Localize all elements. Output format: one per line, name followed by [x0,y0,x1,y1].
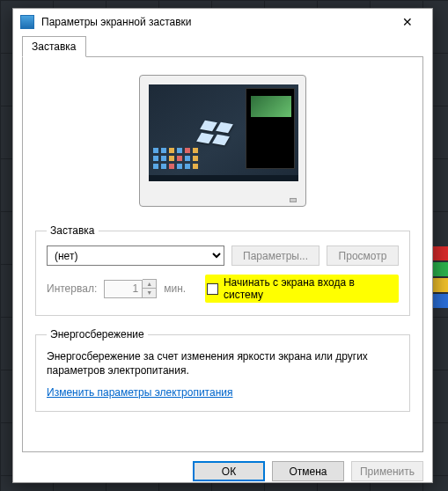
interval-unit: мин. [164,282,186,295]
interval-spinner[interactable]: ▲ ▼ [104,279,157,298]
spin-up-icon[interactable]: ▲ [143,280,156,289]
resume-checkbox[interactable] [207,283,218,295]
titlebar: Параметры экранной заставки ✕ [13,9,432,35]
ok-button[interactable]: ОК [193,461,265,481]
window-title: Параметры экранной заставки [41,16,390,28]
power-text: Энергосбережение за счет изменения яркос… [47,349,399,377]
cancel-button[interactable]: Отмена [272,461,344,481]
preview-button[interactable]: Просмотр [327,246,399,266]
interval-input[interactable] [104,280,143,298]
tab-content: Заставка (нет) Параметры... Просмотр Инт… [22,56,423,452]
tab-label: Заставка [32,40,77,53]
app-icon [20,15,34,29]
settings-button[interactable]: Параметры... [231,246,319,266]
screensaver-legend: Заставка [47,224,99,237]
power-legend: Энергосбережение [47,328,148,341]
screensaver-select[interactable]: (нет) [47,246,224,266]
resume-checkbox-label: Начинать с экрана входа в систему [224,276,395,301]
monitor-graphic [139,75,306,207]
close-button[interactable]: ✕ [390,11,425,33]
tab-screensaver[interactable]: Заставка [22,36,86,57]
apply-button[interactable]: Применить [351,461,423,481]
spin-down-icon[interactable]: ▼ [143,289,156,297]
resume-highlight: Начинать с экрана входа в систему [205,275,399,303]
interval-label: Интервал: [47,282,97,295]
screensaver-preview [35,75,410,207]
power-group: Энергосбережение Энергосбережение за сче… [35,328,410,412]
screensaver-settings-dialog: Параметры экранной заставки ✕ Заставка З… [12,8,433,483]
screensaver-group: Заставка (нет) Параметры... Просмотр Инт… [35,224,410,316]
power-settings-link[interactable]: Изменить параметры электропитания [47,386,232,399]
